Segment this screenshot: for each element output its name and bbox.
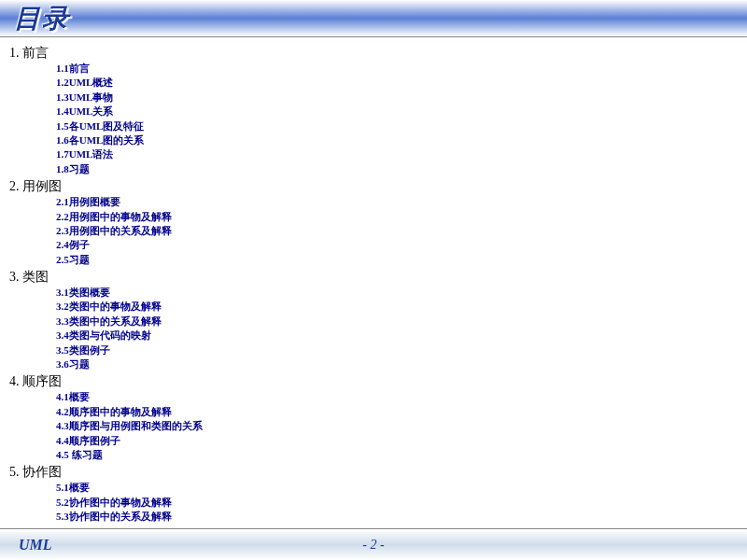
slide-footer: UML - 2 -	[0, 528, 747, 560]
toc-sub-item: 4.1概要	[56, 390, 728, 404]
toc-sub-item: 1.4UML关系	[56, 105, 728, 119]
toc-chapter: 3. 类图3.1类图概要3.2类图中的事物及解释3.3类图中的关系及解释3.4类…	[9, 269, 728, 371]
toc-sub-item: 2.2用例图中的事物及解释	[56, 210, 728, 224]
toc-sub-list: 3.1类图概要3.2类图中的事物及解释3.3类图中的关系及解释3.4类图与代码的…	[9, 286, 728, 371]
toc-chapter: 2. 用例图2.1用例图概要2.2用例图中的事物及解释2.3用例图中的关系及解释…	[9, 178, 728, 267]
toc-chapter: 5. 协作图5.1概要5.2协作图中的事物及解释5.3协作图中的关系及解释	[9, 464, 728, 523]
toc-sub-item: 1.8习题	[56, 162, 728, 176]
toc-sub-item: 3.2类图中的事物及解释	[56, 300, 728, 314]
toc-sub-item: 2.3用例图中的关系及解释	[56, 224, 728, 238]
toc-chapter: 1. 前言1.1前言1.2UML概述1.3UML事物1.4UML关系1.5各UM…	[9, 45, 728, 176]
toc-sub-item: 2.1用例图概要	[56, 195, 728, 209]
toc-sub-item: 5.1概要	[56, 481, 728, 495]
toc-sub-item: 5.3协作图中的关系及解释	[56, 510, 728, 523]
toc-sub-item: 1.7UML语法	[56, 147, 728, 161]
toc-chapter-title: 5. 协作图	[9, 464, 728, 481]
toc-sub-item: 5.2协作图中的事物及解释	[56, 496, 728, 510]
toc-chapter-title: 2. 用例图	[9, 178, 728, 195]
footer-page-number: - 2 -	[362, 538, 384, 553]
toc-chapter-title: 3. 类图	[9, 269, 728, 286]
slide-header: 目录	[0, 0, 747, 37]
footer-label: UML	[19, 537, 52, 553]
toc-chapter-title: 4. 顺序图	[9, 373, 728, 390]
toc-sub-item: 4.2顺序图中的事物及解释	[56, 405, 728, 419]
toc-sub-item: 3.6习题	[56, 357, 728, 371]
toc-sub-item: 1.1前言	[56, 62, 728, 76]
header-title: 目录	[14, 1, 70, 36]
toc-chapter: 4. 顺序图4.1概要4.2顺序图中的事物及解释4.3顺序图与用例图和类图的关系…	[9, 373, 728, 462]
toc-sub-item: 3.1类图概要	[56, 286, 728, 300]
toc-content: 1. 前言1.1前言1.2UML概述1.3UML事物1.4UML关系1.5各UM…	[0, 37, 747, 523]
toc-sub-list: 2.1用例图概要2.2用例图中的事物及解释2.3用例图中的关系及解释2.4例子2…	[9, 195, 728, 267]
toc-sub-item: 1.3UML事物	[56, 91, 728, 105]
toc-sub-item: 3.5类图例子	[56, 343, 728, 357]
toc-chapter-title: 1. 前言	[9, 45, 728, 62]
toc-sub-item: 4.3顺序图与用例图和类图的关系	[56, 419, 728, 433]
toc-sub-list: 4.1概要4.2顺序图中的事物及解释4.3顺序图与用例图和类图的关系4.4顺序图…	[9, 390, 728, 462]
toc-sub-item: 1.6各UML图的关系	[56, 133, 728, 147]
toc-sub-list: 5.1概要5.2协作图中的事物及解释5.3协作图中的关系及解释	[9, 481, 728, 523]
toc-sub-item: 2.5习题	[56, 253, 728, 267]
toc-sub-list: 1.1前言1.2UML概述1.3UML事物1.4UML关系1.5各UML图及特征…	[9, 62, 728, 176]
toc-sub-item: 3.3类图中的关系及解释	[56, 315, 728, 329]
toc-sub-item: 1.2UML概述	[56, 76, 728, 90]
toc-sub-item: 1.5各UML图及特征	[56, 119, 728, 133]
toc-sub-item: 4.4顺序图例子	[56, 434, 728, 448]
toc-sub-item: 4.5 练习题	[56, 448, 728, 462]
toc-sub-item: 3.4类图与代码的映射	[56, 329, 728, 343]
toc-sub-item: 2.4例子	[56, 238, 728, 252]
